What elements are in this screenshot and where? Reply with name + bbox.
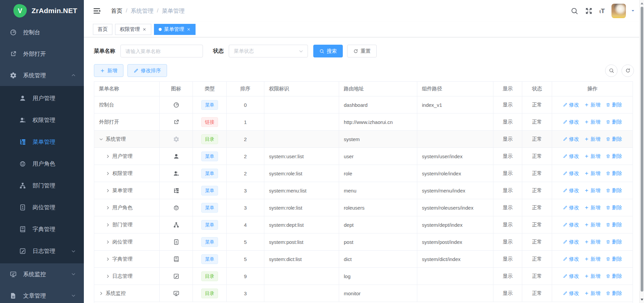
sidebar-item-article[interactable]: 文章管理 xyxy=(0,285,84,303)
table-row-monitor: 系统监控目录3monitor显示正常修改新增删除 xyxy=(94,285,633,302)
sidebar-item-external[interactable]: 外部打开 xyxy=(0,43,84,64)
scroll-down-arrow-icon[interactable] xyxy=(641,299,643,301)
perm-cell: system:dept:list xyxy=(264,216,339,233)
add-link[interactable]: 新增 xyxy=(584,136,601,142)
trash-icon xyxy=(606,205,610,210)
edit-link[interactable]: 修改 xyxy=(563,290,579,297)
edit-link[interactable]: 修改 xyxy=(563,239,579,245)
robot-icon xyxy=(19,160,26,167)
add-link[interactable]: 新增 xyxy=(584,102,601,108)
expand-chevron-right-icon[interactable] xyxy=(106,171,110,176)
modify-sort-button[interactable]: 修改排序 xyxy=(127,64,167,77)
tab-首页[interactable]: 首页 xyxy=(93,24,112,35)
status-cell: 正常 xyxy=(522,251,552,268)
sidebar-item-log[interactable]: 日志管理 xyxy=(0,240,84,262)
tab-菜单管理[interactable]: 菜单管理 xyxy=(154,24,196,35)
sidebar-item-roleusers[interactable]: 用户角色 xyxy=(0,153,84,175)
sidebar-item-system[interactable]: 系统管理 xyxy=(0,64,84,86)
add-link[interactable]: 新增 xyxy=(584,153,601,160)
delete-link[interactable]: 删除 xyxy=(606,222,622,228)
type-tag: 菜单 xyxy=(201,100,218,110)
add-link[interactable]: 新增 xyxy=(584,170,601,177)
sidebar-item-label: 菜单管理 xyxy=(33,138,55,146)
edit-link[interactable]: 修改 xyxy=(563,153,579,160)
scrollbar-thumb[interactable] xyxy=(641,7,643,292)
edit-link[interactable]: 修改 xyxy=(563,119,579,125)
edit-link[interactable]: 修改 xyxy=(563,256,579,262)
expand-chevron-down-icon[interactable] xyxy=(99,137,103,141)
id-badge-icon xyxy=(173,239,179,245)
delete-link[interactable]: 删除 xyxy=(606,119,622,125)
add-link[interactable]: 新增 xyxy=(584,205,601,211)
delete-link[interactable]: 删除 xyxy=(606,273,622,279)
add-link[interactable]: 新增 xyxy=(584,273,601,279)
delete-link[interactable]: 删除 xyxy=(606,153,622,160)
add-link[interactable]: 新增 xyxy=(584,256,601,262)
page-scrollbar[interactable] xyxy=(639,0,644,303)
document-icon xyxy=(10,292,17,299)
component-cell: system/roleusers/index xyxy=(417,199,493,216)
table-row-external: 外部打开链接1http://www.izhaorui.cn显示正常修改新增删除 xyxy=(94,114,633,131)
expand-chevron-right-icon[interactable] xyxy=(106,257,110,261)
sidebar-item-role[interactable]: 权限管理 xyxy=(0,109,84,131)
sidebar-item-dict[interactable]: 字典管理 xyxy=(0,218,84,240)
tab-权限管理[interactable]: 权限管理 xyxy=(115,24,151,35)
add-link[interactable]: 新增 xyxy=(584,222,601,228)
fullscreen-icon[interactable] xyxy=(585,7,593,15)
chevron-down-icon xyxy=(71,272,76,276)
delete-link[interactable]: 删除 xyxy=(606,102,622,108)
expand-chevron-right-icon[interactable] xyxy=(106,154,110,159)
search-button[interactable]: 搜索 xyxy=(313,45,343,57)
edit-link[interactable]: 修改 xyxy=(563,222,579,228)
expand-chevron-right-icon[interactable] xyxy=(106,223,110,227)
sidebar-item-post[interactable]: 岗位管理 xyxy=(0,197,84,218)
close-icon[interactable] xyxy=(142,27,147,32)
add-link[interactable]: 新增 xyxy=(584,119,601,125)
delete-link[interactable]: 删除 xyxy=(606,256,622,262)
menu-name-input[interactable] xyxy=(120,45,203,57)
close-icon[interactable] xyxy=(186,27,191,32)
expand-chevron-right-icon[interactable] xyxy=(106,206,110,210)
add-button[interactable]: 新增 xyxy=(94,64,123,77)
scroll-up-arrow-icon[interactable] xyxy=(641,2,643,4)
refresh-icon xyxy=(353,49,358,54)
delete-link[interactable]: 删除 xyxy=(606,187,622,194)
add-link[interactable]: 新增 xyxy=(584,187,601,194)
status-select[interactable]: 菜单状态 xyxy=(229,45,308,57)
search-icon[interactable] xyxy=(571,7,578,15)
font-size-icon[interactable]: tT xyxy=(599,8,605,14)
table-body: 控制台菜单0dashboardindex_v1显示正常修改新增删除外部打开链接1… xyxy=(94,96,633,303)
delete-link[interactable]: 删除 xyxy=(606,136,622,142)
plus-icon xyxy=(584,240,589,244)
sidebar-item-dept[interactable]: 部门管理 xyxy=(0,175,84,197)
edit-link[interactable]: 修改 xyxy=(563,273,579,279)
add-link[interactable]: 新增 xyxy=(584,239,601,245)
add-link[interactable]: 新增 xyxy=(584,290,601,297)
expand-chevron-right-icon[interactable] xyxy=(99,291,103,296)
delete-link[interactable]: 删除 xyxy=(606,239,622,245)
edit-link[interactable]: 修改 xyxy=(563,102,579,108)
plus-icon xyxy=(100,68,105,73)
expand-chevron-right-icon[interactable] xyxy=(106,274,110,278)
menu-fold-icon[interactable] xyxy=(93,7,101,15)
edit-link[interactable]: 修改 xyxy=(563,136,579,142)
sidebar-item-dashboard[interactable]: 控制台 xyxy=(0,21,84,43)
expand-chevron-right-icon[interactable] xyxy=(106,188,110,193)
toggle-search-button[interactable] xyxy=(605,64,618,77)
delete-link[interactable]: 删除 xyxy=(606,170,622,177)
sidebar-item-monitor[interactable]: 系统监控 xyxy=(0,263,84,285)
user-avatar[interactable] xyxy=(611,4,626,18)
edit-link[interactable]: 修改 xyxy=(563,170,579,177)
reset-button[interactable]: 重置 xyxy=(347,45,377,57)
sidebar-item-user[interactable]: 用户管理 xyxy=(0,87,84,109)
delete-link[interactable]: 删除 xyxy=(606,205,622,211)
menu-name-cell: 外部打开 xyxy=(99,119,119,125)
delete-link[interactable]: 删除 xyxy=(606,290,622,297)
refresh-table-button[interactable] xyxy=(622,64,634,77)
sidebar-item-menu[interactable]: 菜单管理 xyxy=(0,131,84,153)
edit-link[interactable]: 修改 xyxy=(563,187,579,194)
caret-down-icon[interactable] xyxy=(631,8,635,13)
edit-link[interactable]: 修改 xyxy=(563,205,579,211)
breadcrumb-item-0[interactable]: 首页 xyxy=(111,7,122,15)
expand-chevron-right-icon[interactable] xyxy=(106,240,110,244)
